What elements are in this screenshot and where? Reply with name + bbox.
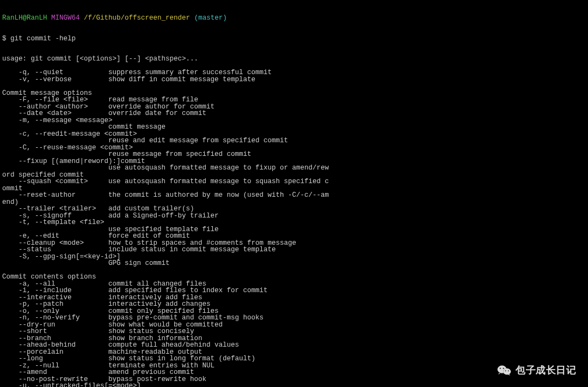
prompt-branch: (master) bbox=[194, 14, 227, 22]
svg-point-6 bbox=[508, 370, 509, 371]
svg-point-2 bbox=[503, 368, 511, 375]
watermark: 包子成长日记 bbox=[497, 364, 576, 376]
prompt-dollar: $ bbox=[2, 35, 7, 43]
svg-point-4 bbox=[503, 368, 504, 369]
command-output: usage: git commit [<options>] [--] <path… bbox=[2, 56, 586, 387]
svg-point-5 bbox=[505, 370, 506, 371]
prompt-user: RanLH@RanLH bbox=[2, 14, 47, 22]
prompt-shell: MINGW64 bbox=[51, 14, 80, 22]
command-text: git commit -help bbox=[10, 35, 76, 43]
prompt-path: /f/Github/offscreen_render bbox=[84, 14, 190, 22]
terminal-window[interactable]: RanLH@RanLH MINGW64 /f/Github/offscreen_… bbox=[0, 0, 588, 387]
svg-point-3 bbox=[500, 368, 501, 369]
wechat-icon bbox=[497, 364, 511, 376]
prompt-line: RanLH@RanLH MINGW64 /f/Github/offscreen_… bbox=[2, 15, 586, 22]
watermark-text: 包子成长日记 bbox=[516, 367, 576, 374]
command-line: $ git commit -help bbox=[2, 35, 586, 43]
